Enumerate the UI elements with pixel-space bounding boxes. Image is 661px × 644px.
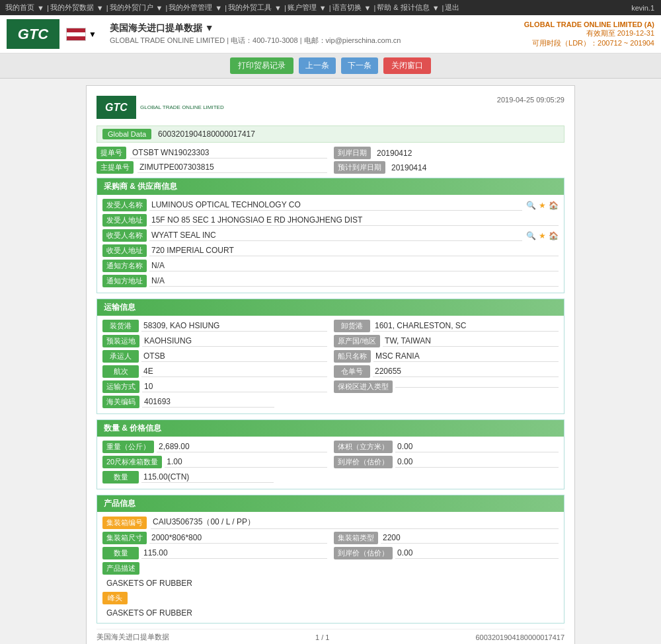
quantity-section: 数量 & 价格信息 重量（公斤） 2,689.00 体积（立方米） 0.00 2… xyxy=(97,419,564,489)
volume-label: 体积（立方米） xyxy=(334,441,393,453)
prev-button[interactable]: 上一条 xyxy=(299,57,336,74)
close-button[interactable]: 关闭窗口 xyxy=(383,57,431,74)
next-button[interactable]: 下一条 xyxy=(341,57,378,74)
container-no-value: CAIU3506735（00 / L / PP） xyxy=(151,516,559,529)
bill-number-value: OTSBT WN19023303 xyxy=(130,147,327,159)
title-area: 美国海关进口提单数据 ▼ GLOBAL TRADE ONLINE LIMITED… xyxy=(103,22,524,46)
est-arrival-value: 20190414 xyxy=(389,162,564,173)
container20-row: 20尺标准箱数量 1.00 到岸价（估价） 0.00 xyxy=(102,456,559,468)
carrier-cell: 承运人 OTSB xyxy=(102,350,327,363)
nav-sep8: | xyxy=(225,4,227,12)
container-size-value: 2000*806*800 xyxy=(149,532,327,544)
receiver-star-icon[interactable]: ★ xyxy=(539,231,546,240)
container-size-cell: 集装箱尺寸 2000*806*800 xyxy=(102,532,327,544)
print-button[interactable]: 打印贸易记录 xyxy=(230,57,293,74)
carrier-row: 承运人 OTSB 船只名称 MSC RANIA xyxy=(102,350,559,363)
volume-cell: 体积（立方米） 0.00 xyxy=(334,441,559,453)
preload-cell: 预装运地 KAOHSIUNG xyxy=(102,335,327,347)
title-dropdown-icon[interactable]: ▼ xyxy=(205,22,214,33)
weight-value: 2,689.00 xyxy=(157,441,327,452)
peak-value: GASKETS OF RUBBER xyxy=(102,607,559,619)
shipper-section: 采购商 & 供应商信息 发受人名称 LUMINOUS OPTICAL TECHN… xyxy=(97,178,564,293)
product-arrival-price-label: 到岸价（估价） xyxy=(334,547,393,559)
transport-section: 运输信息 装货港 58309, KAO HSIUNG 卸货港 1601, CHA… xyxy=(97,299,564,414)
header-right: GLOBAL TRADE ONLINE LIMITED (A) 有效期至 201… xyxy=(524,20,654,48)
master-bill-value: ZIMUTPE007303815 xyxy=(137,162,327,173)
receiver-home-icon[interactable]: 🏠 xyxy=(549,231,559,240)
transport-section-body: 装货港 58309, KAO HSIUNG 卸货港 1601, CHARLEST… xyxy=(97,316,564,413)
vessel-label: 船只名称 xyxy=(334,350,371,363)
top-navigation: 我的首页 ▼ | 我的外贸数据 ▼ | 我的外贸门户 ▼ | 我的外管管理 ▼ … xyxy=(0,0,661,15)
container-type-value: 2200 xyxy=(381,532,559,544)
manifest-cell: 仓单号 220655 xyxy=(334,365,559,378)
flag-dropdown[interactable]: ▼ xyxy=(89,30,97,39)
customs-label: 海关编码 xyxy=(102,396,139,408)
origin-port-value: 58309, KAO HSIUNG xyxy=(141,320,327,332)
doc-footer-left: 美国海关进口提单数据 xyxy=(97,632,169,642)
sender-addr-value: 15F NO 85 SEC 1 JHONGSIAO E RD JHONGJHEN… xyxy=(149,215,559,226)
sender-addr-row: 发受人地址 15F NO 85 SEC 1 JHONGSIAO E RD JHO… xyxy=(102,214,559,227)
sender-home-icon[interactable]: 🏠 xyxy=(549,201,559,210)
nav-logout[interactable]: 退出 xyxy=(445,3,459,13)
receiver-search-icon[interactable]: 🔍 xyxy=(526,231,536,240)
nav-mgmt[interactable]: 我的外管管理 xyxy=(169,3,212,13)
bill-number-cell: 提单号 OTSBT WN19023303 xyxy=(97,147,327,159)
shipper-section-title: 采购商 & 供应商信息 xyxy=(97,178,564,195)
nav-sep4: | xyxy=(106,4,108,12)
bonded-cell: 保税区进入类型 xyxy=(334,380,559,393)
bonded-value xyxy=(395,386,559,388)
notify-addr-row: 通知方地址 N/A xyxy=(102,275,559,287)
sender-star-icon[interactable]: ★ xyxy=(539,201,546,210)
product-arrival-price-value: 0.00 xyxy=(395,548,559,559)
product-section-body: 集装箱编号 CAIU3506735（00 / L / PP） 集装箱尺寸 200… xyxy=(97,512,564,623)
bill-number-label: 提单号 xyxy=(97,147,126,159)
receiver-name-label: 收受人名称 xyxy=(102,229,147,242)
nav-portal[interactable]: 我的外贸门户 xyxy=(110,3,153,13)
nav-sep12: | xyxy=(329,4,331,12)
country-cell: 原产国/地区 TW, TAIWAN xyxy=(334,335,559,347)
email: 电邮：vip@pierschina.com.cn xyxy=(304,36,401,44)
quantity-section-title: 数量 & 价格信息 xyxy=(97,420,564,437)
shipper-section-body: 发受人名称 LUMINOUS OPTICAL TECHNOLOGY CO 🔍 ★… xyxy=(97,195,564,293)
receiver-name-row: 收受人名称 WYATT SEAL INC 🔍 ★ 🏠 xyxy=(102,229,559,242)
nav-sep7: ▼ xyxy=(215,4,222,12)
nav-sep11: ▼ xyxy=(319,4,327,12)
product-qty-label: 数量 xyxy=(102,547,139,559)
transport-section-title: 运输信息 xyxy=(97,299,564,316)
sender-name-value: LUMINOUS OPTICAL TECHNOLOGY CO xyxy=(149,199,522,211)
dest-port-value: 1601, CHARLESTON, SC xyxy=(373,320,559,332)
logo-area: GTC ▼ xyxy=(7,19,103,49)
nav-sep: ▼ xyxy=(37,4,44,12)
nav-help[interactable]: 帮助 & 报计信息 xyxy=(377,3,429,13)
product-section: 产品信息 集装箱编号 CAIU3506735（00 / L / PP） 集装箱尺… xyxy=(97,495,564,624)
nav-home[interactable]: 我的首页 xyxy=(5,3,34,13)
voyage-value: 4E xyxy=(141,366,327,377)
nav-user: kevin.1 xyxy=(631,4,654,12)
arrival-date-value: 20190412 xyxy=(375,148,564,159)
product-desc-label: 产品描述 xyxy=(102,562,139,575)
nav-sep13: ▼ xyxy=(364,4,371,12)
preload-row: 预装运地 KAOHSIUNG 原产国/地区 TW, TAIWAN xyxy=(102,335,559,347)
nav-sep5: ▼ xyxy=(156,4,163,12)
doc-logo-box: GTC xyxy=(97,96,136,119)
nav-account[interactable]: 账户管理 xyxy=(288,3,317,13)
voyage-label: 航次 xyxy=(102,365,139,378)
nav-lang[interactable]: 语言切换 xyxy=(332,3,362,13)
container-size-row: 集装箱尺寸 2000*806*800 集装箱类型 2200 xyxy=(102,532,559,544)
sender-search-icon[interactable]: 🔍 xyxy=(526,201,536,210)
nav-sep14: | xyxy=(373,4,375,12)
qty-label: 数量 xyxy=(102,471,139,483)
notify-addr-value: N/A xyxy=(149,275,559,287)
receiver-addr-value: 720 IMPERIAL COURT xyxy=(149,245,559,256)
doc-footer: 美国海关进口提单数据 1 / 1 6003201904180000017417 xyxy=(97,629,564,644)
nav-tools[interactable]: 我的外贸工具 xyxy=(228,3,272,13)
container-type-cell: 集装箱类型 2200 xyxy=(334,532,559,544)
document-container: GTC GLOBAL TRADE ONLINE LIMITED 2019-04-… xyxy=(86,85,575,644)
voyage-row: 航次 4E 仓单号 220655 xyxy=(102,365,559,378)
sender-addr-label: 发受人地址 xyxy=(102,214,147,227)
nav-trade-data[interactable]: 我的外贸数据 xyxy=(50,3,94,13)
transport-type-label: 运输方式 xyxy=(102,380,139,393)
receiver-search-icons: 🔍 ★ 🏠 xyxy=(526,231,559,240)
notify-name-label: 通知方名称 xyxy=(102,260,147,272)
brand: GLOBAL TRADE ONLINE LIMITED (A) xyxy=(524,20,654,28)
